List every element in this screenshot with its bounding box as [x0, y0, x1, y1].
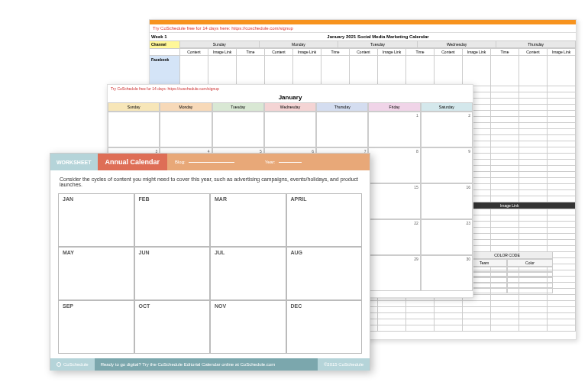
day-thursday: Thursday	[496, 41, 575, 48]
day-wed: Wednesday	[264, 102, 316, 112]
date-cell[interactable]: 8	[368, 147, 420, 183]
date-cell[interactable]: 1	[368, 112, 420, 147]
month-sep[interactable]: SEP	[58, 300, 134, 354]
date-cell[interactable]: 22	[368, 219, 420, 255]
month-title: January	[108, 92, 473, 102]
day-tue: Tuesday	[212, 102, 264, 112]
day-sun: Sunday	[108, 102, 160, 112]
day-wednesday: Wednesday	[418, 41, 496, 48]
month-feb[interactable]: FEB	[134, 193, 211, 247]
cta-link[interactable]: Try CoSchedule free for 14 days: https:/…	[108, 85, 473, 92]
calendar-title: January 2021 Social Media Marketing Cale…	[180, 33, 576, 40]
color-color-header: Color	[507, 259, 553, 267]
date-cell[interactable]: 9	[421, 147, 473, 183]
date-cell[interactable]: 29	[368, 255, 420, 291]
worksheet-description: Consider the cycles of content you might…	[50, 170, 370, 193]
date-cell[interactable]	[316, 112, 368, 147]
week-label: Week 1	[150, 33, 180, 40]
cta-link[interactable]: Try CoSchedule free for 14 days here: ht…	[150, 24, 576, 33]
weekday-header: Sunday Monday Tuesday Wednesday Thursday…	[108, 102, 473, 112]
day-header-row: Channel Sunday Monday Tuesday Wednesday …	[150, 41, 576, 49]
day-monday: Monday	[260, 41, 338, 48]
year-field: Year:	[265, 160, 302, 164]
year-label: Year:	[265, 160, 276, 164]
worksheet-footer: CoSchedule Ready to go digital? Try the …	[50, 358, 370, 371]
blog-label: Blog:	[175, 160, 186, 164]
month-mar[interactable]: MAR	[210, 193, 286, 247]
day-thu: Thursday	[316, 102, 368, 112]
day-sunday: Sunday	[180, 41, 259, 48]
month-jan[interactable]: JAN	[58, 193, 134, 247]
facebook-row: Facebook	[150, 56, 576, 86]
month-jul[interactable]: JUL	[210, 247, 286, 300]
date-cell[interactable]	[212, 112, 264, 147]
month-jun[interactable]: JUN	[134, 247, 211, 300]
day-mon: Monday	[160, 102, 212, 112]
day-tuesday: Tuesday	[338, 41, 417, 48]
day-fri: Friday	[368, 102, 420, 112]
date-cell[interactable]	[108, 112, 160, 147]
col-time: Time	[237, 49, 265, 55]
date-cell[interactable]: 16	[421, 183, 473, 219]
worksheet-header: WORKSHEET Annual Calendar Blog: Year:	[50, 154, 370, 170]
blog-field: Blog:	[175, 160, 234, 164]
worksheet-meta: Blog: Year:	[167, 154, 370, 170]
month-aug[interactable]: AUG	[286, 247, 363, 300]
worksheet-badge: WORKSHEET	[50, 154, 98, 170]
annual-calendar-worksheet: WORKSHEET Annual Calendar Blog: Year: Co…	[50, 153, 370, 371]
date-cell[interactable]	[264, 112, 316, 147]
date-cell[interactable]	[160, 112, 212, 147]
date-cell[interactable]: 15	[368, 183, 420, 219]
month-nov[interactable]: NOV	[210, 300, 286, 354]
color-code-block: COLOR CODE Team Color	[461, 251, 553, 293]
date-cell[interactable]: 30	[421, 255, 473, 291]
color-code-title: COLOR CODE	[461, 251, 553, 259]
footer-brand: CoSchedule	[50, 358, 95, 371]
date-cell[interactable]: 23	[421, 219, 473, 255]
day-sat: Saturday	[421, 102, 473, 112]
col-content: Content	[180, 49, 208, 55]
subheader-row: Content Image Link Time Content Image Li…	[150, 49, 576, 56]
month-apr[interactable]: APRIL	[286, 193, 363, 247]
footer-message: Ready to go digital? Try the CoSchedule …	[95, 358, 318, 371]
col-image: Image Link	[208, 49, 237, 55]
year-input-line[interactable]	[279, 162, 302, 163]
worksheet-title: Annual Calendar	[98, 154, 168, 170]
title-row: Week 1 January 2021 Social Media Marketi…	[150, 33, 576, 41]
month-oct[interactable]: OCT	[134, 300, 211, 354]
annual-grid: JAN FEB MAR APRIL MAY JUN JUL AUG SEP OC…	[50, 193, 370, 354]
gear-icon	[57, 362, 61, 367]
channel-header: Channel	[150, 41, 180, 48]
footer-copyright: ©2015 CoSchedule	[318, 358, 370, 371]
date-cell[interactable]: 2	[421, 112, 473, 147]
blog-input-line[interactable]	[189, 162, 234, 163]
month-dec[interactable]: DEC	[286, 300, 363, 354]
facebook-label: Facebook	[150, 56, 180, 86]
month-may[interactable]: MAY	[58, 247, 134, 300]
